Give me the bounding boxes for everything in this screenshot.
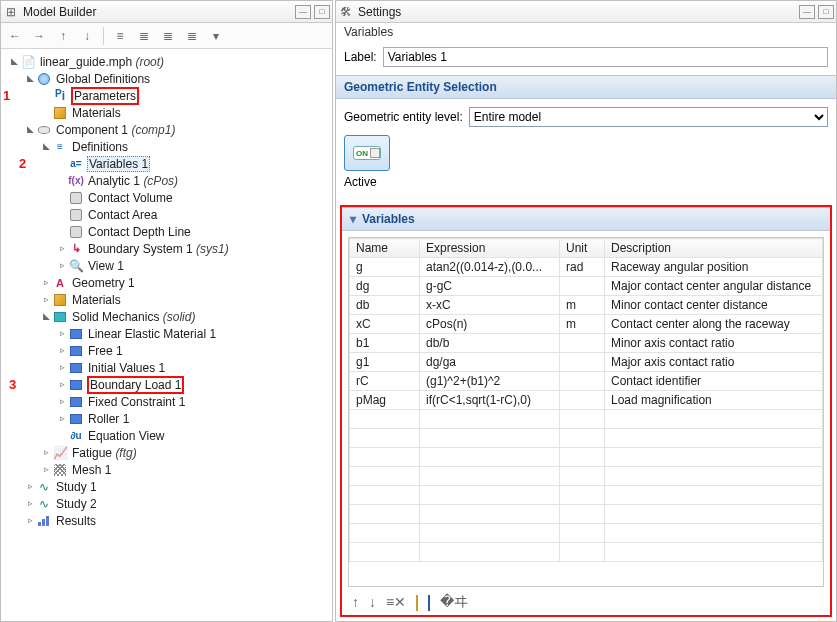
tree-root[interactable]: ◣ 📄 linear_guide.mph (root) [5, 53, 332, 70]
forward-icon[interactable]: → [31, 28, 47, 44]
tree-global-definitions[interactable]: ◣ Global Definitions [5, 70, 332, 87]
tree-mesh1[interactable]: ▹ Mesh 1 [5, 461, 332, 478]
tree-contact-volume[interactable]: Contact Volume [5, 189, 332, 206]
cell-unit[interactable] [560, 391, 605, 410]
cell-expr[interactable]: (g1)^2+(b1)^2 [420, 372, 560, 391]
twisty-icon[interactable]: ◣ [41, 141, 51, 151]
tree-parameters[interactable]: 1 Pi Parameters [5, 87, 332, 104]
twisty-icon[interactable]: ▹ [25, 481, 35, 491]
tree-free1[interactable]: ▹ Free 1 [5, 342, 332, 359]
tree-analytic1[interactable]: f(x) Analytic 1 (cPos) [5, 172, 332, 189]
cell-expr[interactable]: db/b [420, 334, 560, 353]
twisty-icon[interactable]: ▹ [41, 294, 51, 304]
move-up-icon[interactable]: ↑ [352, 594, 359, 610]
geo-level-select[interactable]: Entire model [469, 107, 828, 127]
save-icon[interactable] [428, 594, 430, 610]
twisty-icon[interactable]: ◣ [41, 311, 51, 321]
cell-expr[interactable]: if(rC<1,sqrt(1-rC),0) [420, 391, 560, 410]
tree-roller1[interactable]: ▹ Roller 1 [5, 410, 332, 427]
cell-desc[interactable]: Contact center along the raceway [605, 315, 823, 334]
cell-expr[interactable]: x-xC [420, 296, 560, 315]
minimize-button[interactable]: — [295, 5, 311, 19]
maximize-button[interactable]: □ [818, 5, 834, 19]
expand3-icon[interactable]: ≣ [184, 28, 200, 44]
more-icon[interactable]: �ヰ [440, 593, 468, 611]
twisty-icon[interactable]: ▹ [41, 277, 51, 287]
move-down-icon[interactable]: ↓ [369, 594, 376, 610]
cell-expr[interactable]: atan2((0.014-z),(0.0... [420, 258, 560, 277]
active-toggle[interactable]: ON [344, 135, 390, 171]
variables-table[interactable]: Name Expression Unit Description gatan2(… [349, 238, 823, 562]
table-row[interactable]: .... [350, 448, 823, 467]
table-row[interactable]: .... [350, 524, 823, 543]
table-row[interactable]: dgg-gCMajor contact center angular dista… [350, 277, 823, 296]
open-icon[interactable] [416, 594, 418, 610]
tree-fixed-constraint1[interactable]: ▹ Fixed Constraint 1 [5, 393, 332, 410]
tree-study1[interactable]: ▹ ∿ Study 1 [5, 478, 332, 495]
back-icon[interactable]: ← [7, 28, 23, 44]
tree-geometry1[interactable]: ▹ A Geometry 1 [5, 274, 332, 291]
section-vars-header[interactable]: ▾ Variables [342, 207, 830, 231]
twisty-icon[interactable]: ▹ [41, 464, 51, 474]
tree-materials[interactable]: Materials [5, 104, 332, 121]
tree-equation-view[interactable]: ∂u Equation View [5, 427, 332, 444]
collapse-icon[interactable]: ≡ [112, 28, 128, 44]
table-row[interactable]: pMagif(rC<1,sqrt(1-rC),0)Load magnificat… [350, 391, 823, 410]
cell-expr[interactable]: dg/ga [420, 353, 560, 372]
cell-unit[interactable] [560, 334, 605, 353]
twisty-icon[interactable]: ▹ [25, 515, 35, 525]
cell-name[interactable]: xC [350, 315, 420, 334]
expand1-icon[interactable]: ≣ [136, 28, 152, 44]
cell-name[interactable]: g [350, 258, 420, 277]
down-icon[interactable]: ↓ [79, 28, 95, 44]
table-row[interactable]: b1db/bMinor axis contact ratio [350, 334, 823, 353]
expand2-icon[interactable]: ≣ [160, 28, 176, 44]
table-row[interactable]: .... [350, 505, 823, 524]
twisty-icon[interactable]: ▹ [57, 345, 67, 355]
tree-contact-area[interactable]: Contact Area [5, 206, 332, 223]
tree-materials-comp[interactable]: ▹ Materials [5, 291, 332, 308]
cell-unit[interactable]: m [560, 315, 605, 334]
cell-desc[interactable]: Raceway angular position [605, 258, 823, 277]
cell-name[interactable]: rC [350, 372, 420, 391]
tree-lem1[interactable]: ▹ Linear Elastic Material 1 [5, 325, 332, 342]
cell-desc[interactable]: Contact identifier [605, 372, 823, 391]
tree-solid-mechanics[interactable]: ◣ Solid Mechanics (solid) [5, 308, 332, 325]
cell-name[interactable]: b1 [350, 334, 420, 353]
delete-row-icon[interactable]: ≡✕ [386, 594, 406, 610]
table-row[interactable]: .... [350, 467, 823, 486]
cell-unit[interactable] [560, 277, 605, 296]
tree-definitions[interactable]: ◣ ≡ Definitions [5, 138, 332, 155]
maximize-button[interactable]: □ [314, 5, 330, 19]
twisty-icon[interactable]: ◣ [25, 73, 35, 83]
cell-name[interactable]: g1 [350, 353, 420, 372]
twisty-icon[interactable]: ◣ [25, 124, 35, 134]
cell-name[interactable]: pMag [350, 391, 420, 410]
cell-expr[interactable]: cPos(n) [420, 315, 560, 334]
col-unit[interactable]: Unit [560, 239, 605, 258]
twisty-icon[interactable]: ▹ [41, 447, 51, 457]
tree-boundary-system1[interactable]: ▹ ↳ Boundary System 1 (sys1) [5, 240, 332, 257]
model-tree[interactable]: ◣ 📄 linear_guide.mph (root) ◣ Global Def… [1, 49, 332, 621]
table-row[interactable]: .... [350, 486, 823, 505]
twisty-icon[interactable]: ▹ [57, 328, 67, 338]
cell-desc[interactable]: Load magnification [605, 391, 823, 410]
twisty-icon[interactable]: ▹ [57, 243, 67, 253]
twisty-icon[interactable]: ▹ [57, 379, 67, 389]
tree-study2[interactable]: ▹ ∿ Study 2 [5, 495, 332, 512]
tree-contact-depth-line[interactable]: Contact Depth Line [5, 223, 332, 240]
section-geo-header[interactable]: Geometric Entity Selection [336, 75, 836, 99]
tree-fatigue[interactable]: ▹ 📈 Fatigue (ftg) [5, 444, 332, 461]
twisty-icon[interactable]: ▹ [57, 396, 67, 406]
tree-view1[interactable]: ▹ 🔍 View 1 [5, 257, 332, 274]
cell-name[interactable]: db [350, 296, 420, 315]
variables-table-wrap[interactable]: Name Expression Unit Description gatan2(… [348, 237, 824, 587]
col-name[interactable]: Name [350, 239, 420, 258]
cell-unit[interactable] [560, 353, 605, 372]
col-desc[interactable]: Description [605, 239, 823, 258]
cell-unit[interactable]: m [560, 296, 605, 315]
table-row[interactable]: rC(g1)^2+(b1)^2Contact identifier [350, 372, 823, 391]
minimize-button[interactable]: — [799, 5, 815, 19]
tree-results[interactable]: ▹ Results [5, 512, 332, 529]
cell-desc[interactable]: Minor contact center distance [605, 296, 823, 315]
